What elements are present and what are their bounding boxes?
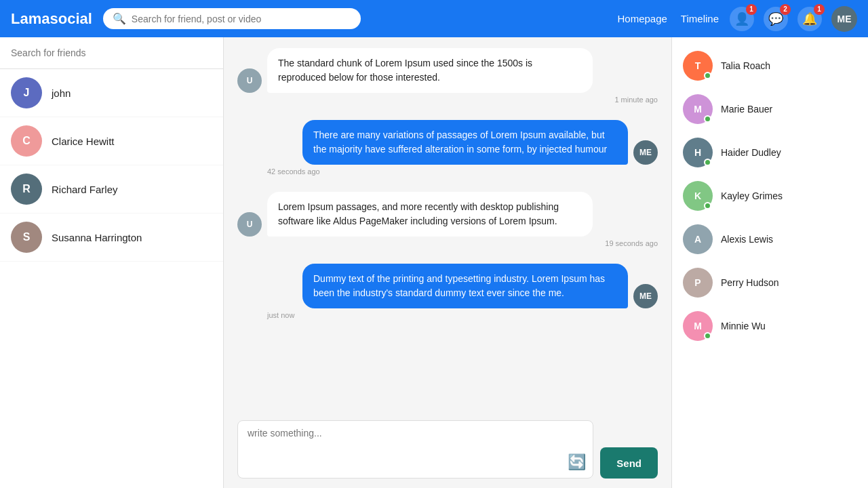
messages-notifications-button[interactable]: 💬 2 <box>764 7 788 31</box>
friend-name-richard: Richard Farley <box>52 184 118 195</box>
messages-container: UThe standard chunk of Lorem Ipsum used … <box>224 37 671 413</box>
friend-avatar-susanna: S <box>11 222 42 253</box>
friend-list: J john C Clarice Hewitt R Richard Farley… <box>0 69 223 488</box>
homepage-link[interactable]: Homepage <box>617 13 667 24</box>
timeline-link[interactable]: Timeline <box>681 13 719 24</box>
online-avatar-wrap-marie: M <box>683 94 713 124</box>
message-avatar: ME <box>633 140 658 165</box>
friend-name-john: john <box>52 87 71 99</box>
online-dot-marie <box>704 115 711 123</box>
friends-search-input[interactable] <box>11 47 212 58</box>
alerts-notifications-button[interactable]: 🔔 1 <box>797 7 822 31</box>
header-icons: 👤 1 💬 2 🔔 1 ME <box>730 6 857 32</box>
chat-input-area: 🔄 Send <box>224 413 671 488</box>
alerts-badge: 1 <box>814 4 825 15</box>
messages-badge: 2 <box>780 4 791 15</box>
app-logo: Lamasocial <box>11 10 92 28</box>
right-sidebar: T Talia Roach M Marie Bauer H Haider Dud… <box>671 37 868 488</box>
main-layout: J john C Clarice Hewitt R Richard Farley… <box>0 37 868 488</box>
message-bubble-m2: There are many variations of passages of… <box>302 120 628 165</box>
online-name-kayley: Kayley Grimes <box>721 190 783 201</box>
online-name-talia: Talia Roach <box>721 60 770 71</box>
online-name-minnie: Minnie Wu <box>721 321 766 331</box>
app-header: Lamasocial 🔍 Homepage Timeline 👤 1 💬 2 🔔… <box>0 0 868 37</box>
friend-avatar-john: J <box>11 77 42 108</box>
chat-input[interactable] <box>248 428 566 468</box>
online-friend-alexis[interactable]: A Alexis Lewis <box>672 218 868 261</box>
online-friend-minnie[interactable]: M Minnie Wu <box>672 304 868 348</box>
message-bubble-m4: Dummy text of the printing and typesetti… <box>302 264 628 308</box>
message-group-m2: METhere are many variations of passages … <box>237 120 658 181</box>
friend-item-richard[interactable]: R Richard Farley <box>0 165 223 214</box>
friend-item-john[interactable]: J john <box>0 69 223 117</box>
friend-name-clarice: Clarice Hewitt <box>52 136 115 147</box>
online-avatar-wrap-talia: T <box>683 51 713 81</box>
message-avatar: ME <box>633 284 658 308</box>
emoji-icon[interactable]: 🔄 <box>568 453 586 471</box>
online-avatar-wrap-kayley: K <box>683 181 713 211</box>
message-time-m1: 1 minute ago <box>237 96 658 104</box>
header-nav: Homepage Timeline <box>617 13 719 24</box>
friends-notifications-button[interactable]: 👤 1 <box>730 7 754 31</box>
online-avatar-wrap-minnie: M <box>683 311 713 341</box>
friend-item-clarice[interactable]: C Clarice Hewitt <box>0 117 223 165</box>
online-friend-kayley[interactable]: K Kayley Grimes <box>672 174 868 218</box>
message-group-m3: ULorem Ipsum passages, and more recently… <box>237 192 658 253</box>
online-name-marie: Marie Bauer <box>721 104 772 115</box>
online-name-haider: Haider Dudley <box>721 147 781 158</box>
global-search-input[interactable] <box>132 14 351 24</box>
friend-avatar-richard: R <box>11 174 42 205</box>
message-bubble-m1: The standard chunk of Lorem Ipsum used s… <box>267 48 593 93</box>
online-name-perry: Perry Hudson <box>721 277 779 288</box>
online-friend-perry[interactable]: P Perry Hudson <box>672 261 868 304</box>
user-avatar[interactable]: ME <box>831 6 857 32</box>
message-avatar: U <box>237 68 262 93</box>
online-friend-haider[interactable]: H Haider Dudley <box>672 131 868 174</box>
online-avatar-wrap-perry: P <box>683 268 713 298</box>
left-sidebar: J john C Clarice Hewitt R Richard Farley… <box>0 37 224 488</box>
message-row-m3: ULorem Ipsum passages, and more recently… <box>237 192 658 237</box>
message-time-m3: 19 seconds ago <box>237 239 658 247</box>
friend-avatar-clarice: C <box>11 125 42 157</box>
global-search[interactable]: 🔍 <box>103 8 361 29</box>
message-group-m4: MEDummy text of the printing and typeset… <box>237 264 658 325</box>
online-dot-minnie <box>704 332 711 340</box>
message-bubble-m3: Lorem Ipsum passages, and more recently … <box>267 192 593 237</box>
message-row-m4: MEDummy text of the printing and typeset… <box>237 264 658 308</box>
online-avatar-wrap-alexis: A <box>683 224 713 254</box>
friends-search[interactable] <box>0 37 223 69</box>
online-avatar-perry: P <box>683 268 713 298</box>
send-button[interactable]: Send <box>600 447 658 479</box>
online-dot-talia <box>704 72 711 79</box>
search-icon: 🔍 <box>113 12 126 25</box>
message-row-m2: METhere are many variations of passages … <box>237 120 658 165</box>
chat-area: UThe standard chunk of Lorem Ipsum used … <box>224 37 671 488</box>
message-row-m1: UThe standard chunk of Lorem Ipsum used … <box>237 48 658 93</box>
message-avatar: U <box>237 212 262 237</box>
friend-name-susanna: Susanna Harrington <box>52 232 142 243</box>
online-dot-haider <box>704 159 711 166</box>
message-time-m2: 42 seconds ago <box>237 167 658 176</box>
online-friend-talia[interactable]: T Talia Roach <box>672 44 868 87</box>
friends-badge: 1 <box>746 4 757 15</box>
online-avatar-alexis: A <box>683 224 713 254</box>
message-time-m4: just now <box>237 311 658 319</box>
online-avatar-wrap-haider: H <box>683 138 713 167</box>
friend-item-susanna[interactable]: S Susanna Harrington <box>0 214 223 262</box>
chat-input-wrapper: 🔄 <box>237 420 593 479</box>
message-group-m1: UThe standard chunk of Lorem Ipsum used … <box>237 48 658 109</box>
online-name-alexis: Alexis Lewis <box>721 234 773 245</box>
online-friend-marie[interactable]: M Marie Bauer <box>672 87 868 131</box>
online-dot-kayley <box>704 202 711 209</box>
